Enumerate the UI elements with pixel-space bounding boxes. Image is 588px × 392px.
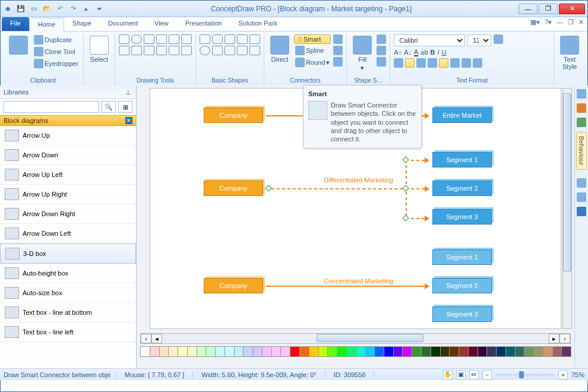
palette-swatch[interactable] <box>168 346 178 357</box>
tab-solution-park[interactable]: Solution Park <box>230 17 285 31</box>
direct-button[interactable]: Direct <box>268 34 292 64</box>
bold-icon[interactable]: B <box>431 49 435 56</box>
tool-conn[interactable] <box>169 46 179 55</box>
palette-swatch[interactable] <box>561 346 571 357</box>
italic-icon[interactable]: I <box>438 49 440 56</box>
shape-circle[interactable] <box>200 46 210 55</box>
file-tab[interactable]: File <box>2 17 29 31</box>
segment-block[interactable]: Segment 1 <box>432 152 492 167</box>
align-center-icon[interactable] <box>405 58 415 68</box>
select-button[interactable]: Select <box>87 34 111 64</box>
palette-swatch[interactable] <box>159 346 169 357</box>
line-weight-icon[interactable] <box>377 46 386 55</box>
palette-swatch[interactable] <box>309 346 319 357</box>
tool-freeform[interactable] <box>181 34 192 44</box>
mdi-max-icon[interactable]: ❐ <box>568 18 574 26</box>
library-item[interactable]: Arrow Up <box>0 126 136 146</box>
palette-swatch[interactable] <box>533 346 543 357</box>
palette-swatch[interactable] <box>459 346 469 357</box>
edit-handle[interactable] <box>402 214 409 221</box>
shape-diamond[interactable] <box>237 34 248 44</box>
palette-swatch[interactable] <box>243 346 253 357</box>
rail-icon-2[interactable] <box>577 103 586 113</box>
edit-handle[interactable] <box>402 156 409 163</box>
conn-opt3-icon[interactable] <box>333 57 343 67</box>
connector[interactable] <box>266 286 426 287</box>
library-search-input[interactable] <box>4 101 99 113</box>
palette-swatch[interactable] <box>440 346 450 357</box>
collapse-icon[interactable]: ▴ <box>81 4 91 14</box>
tab-home[interactable]: Home <box>29 18 64 31</box>
library-item[interactable]: Auto-height box <box>0 264 136 283</box>
library-item[interactable]: Arrow Up Right <box>0 185 136 204</box>
library-item[interactable]: Arrow Up Left <box>0 165 136 185</box>
align-right-icon[interactable] <box>416 58 426 68</box>
edit-handle[interactable] <box>402 185 409 191</box>
tool-text[interactable] <box>131 46 142 55</box>
mdi-min-icon[interactable]: — <box>557 18 563 26</box>
tab-document[interactable]: Document <box>100 17 146 31</box>
tool-ellipse[interactable] <box>131 34 142 44</box>
tab-view[interactable]: View <box>146 17 177 31</box>
zoom-thumb[interactable] <box>519 371 524 378</box>
tab-shape[interactable]: Shape <box>64 17 100 31</box>
search-button[interactable]: 🔍 <box>102 101 116 113</box>
library-item[interactable]: 3-D box <box>0 244 136 264</box>
redo-icon[interactable]: ↷ <box>68 4 78 14</box>
palette-swatch[interactable] <box>197 346 207 357</box>
segment-block[interactable]: Segment 1 <box>432 249 492 265</box>
palette-swatch[interactable] <box>225 346 235 357</box>
palette-swatch[interactable] <box>468 346 478 357</box>
save-icon[interactable]: 💾 <box>16 4 26 14</box>
library-category[interactable]: Block diagrams ✕ <box>0 115 136 126</box>
scroll-right-icon[interactable]: › <box>559 334 570 343</box>
library-list[interactable]: Arrow UpArrow DownArrow Up LeftArrow Up … <box>0 126 136 363</box>
palette-swatch[interactable] <box>271 346 282 357</box>
scroll-right-icon[interactable]: ▸ <box>549 334 559 343</box>
shape-pentagon[interactable] <box>212 46 223 55</box>
pin-icon[interactable]: ⊥ <box>125 88 132 96</box>
shape-roundrect[interactable] <box>212 34 223 44</box>
palette-swatch[interactable] <box>552 346 562 357</box>
palette-swatch[interactable] <box>346 346 356 357</box>
palette-swatch[interactable] <box>178 346 188 357</box>
zoom-in-icon[interactable]: + <box>558 370 568 380</box>
font-fill-icon[interactable] <box>494 34 503 44</box>
palette-swatch[interactable] <box>215 346 225 357</box>
undo-icon[interactable]: ↶ <box>55 4 65 14</box>
palette-swatch[interactable] <box>140 346 150 357</box>
palette-swatch[interactable] <box>206 346 216 357</box>
mdi-close-icon[interactable]: ✕ <box>578 18 584 26</box>
segment-block[interactable]: Segment 3 <box>432 209 492 225</box>
library-item[interactable]: Text box - line left <box>0 323 136 342</box>
align-bottom-icon[interactable] <box>450 58 460 68</box>
library-item[interactable]: Auto-size box <box>0 283 136 303</box>
hand-tool-icon[interactable]: ✋ <box>443 370 453 380</box>
font-size-select[interactable]: 12 <box>467 34 491 46</box>
segment-block[interactable]: Segment 2 <box>432 181 492 196</box>
palette-swatch[interactable] <box>431 346 441 357</box>
highlight-icon[interactable]: ab <box>421 49 428 56</box>
palette-swatch[interactable] <box>187 346 197 357</box>
help-icon[interactable]: ?▾ <box>545 18 552 26</box>
dropdown-icon[interactable]: ⏷ <box>94 4 104 14</box>
decrease-font-icon[interactable]: A↓ <box>404 49 412 56</box>
library-outline-button[interactable]: ⊞ <box>118 101 132 113</box>
vertical-scrollbar[interactable] <box>562 88 572 329</box>
palette-swatch[interactable] <box>505 346 516 357</box>
palette-swatch[interactable] <box>327 346 337 357</box>
palette-swatch[interactable] <box>496 346 506 357</box>
shape-octagon[interactable] <box>225 46 235 55</box>
scrollbar-thumb[interactable] <box>317 334 423 342</box>
shape-star[interactable] <box>237 46 248 55</box>
scroll-left-icon[interactable]: ◂ <box>151 334 162 343</box>
rail-icon-5[interactable] <box>577 192 586 202</box>
library-item[interactable]: Arrow Down Left <box>0 224 136 244</box>
palette-swatch[interactable] <box>384 346 394 357</box>
palette-swatch[interactable] <box>524 346 534 357</box>
window-opts-icon[interactable]: ▦▾ <box>530 18 540 26</box>
duplicate-button[interactable]: Duplicate <box>33 34 80 45</box>
palette-swatch[interactable] <box>299 346 309 357</box>
arrow-style-icon[interactable] <box>377 57 386 67</box>
tool-poly[interactable] <box>119 46 129 55</box>
